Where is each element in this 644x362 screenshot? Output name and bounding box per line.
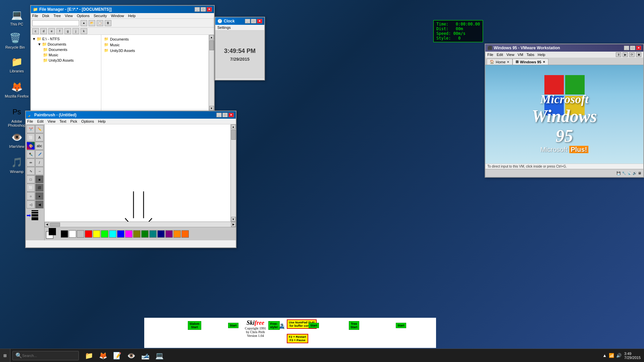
freestyle-start-btn[interactable]: Free-style! bbox=[268, 321, 280, 330]
list-item-unity[interactable]: 📁 Unity3D Assets bbox=[103, 48, 207, 53]
tool-poly-fill[interactable]: ◀ bbox=[35, 200, 44, 208]
desktop-icon-libraries[interactable]: 📁 Libraries bbox=[3, 54, 30, 74]
taskbar-firefox-app[interactable]: 🦊 bbox=[96, 350, 110, 362]
tool-poly-outline[interactable]: ◁ bbox=[26, 200, 35, 208]
taskbar-skifree-app[interactable]: 🎿 bbox=[139, 350, 152, 362]
vmware-minimize[interactable]: _ bbox=[624, 46, 629, 50]
menu-options[interactable]: Options bbox=[77, 14, 90, 18]
vmware-menu-help[interactable]: Help bbox=[538, 53, 545, 57]
canvas-scrollbar-h[interactable]: ◀ ▶ bbox=[45, 222, 236, 227]
desktop-icon-recycle-bin[interactable]: 🗑️ Recycle Bin bbox=[2, 30, 29, 51]
paintbrush-titlebar[interactable]: 🖌️ Paintbrush - (Untitled) _ □ ✕ bbox=[26, 111, 236, 119]
tree-unity[interactable]: 📁 Unity3D Assets bbox=[43, 58, 100, 63]
vmware-menu-vm[interactable]: VM bbox=[518, 53, 523, 57]
clock-minimize[interactable]: _ bbox=[245, 19, 250, 23]
taskbar-irfanview-app[interactable]: 👁️ bbox=[124, 350, 138, 362]
toolbar-drv-g[interactable]: g bbox=[64, 28, 71, 34]
toolbar-drv-d[interactable]: d bbox=[40, 28, 47, 34]
close-button[interactable]: ✕ bbox=[207, 7, 212, 12]
paintbrush-maximize[interactable]: □ bbox=[222, 113, 228, 117]
address-bar[interactable]: E: [DOCUMENTS] bbox=[32, 20, 79, 26]
scroll-down[interactable]: ▼ bbox=[209, 106, 214, 111]
minimize-button[interactable]: _ bbox=[195, 7, 200, 12]
pb-menu-pick[interactable]: Pick bbox=[70, 119, 77, 123]
color-green[interactable] bbox=[101, 230, 108, 238]
color-cyan[interactable] bbox=[109, 230, 116, 238]
color-blue[interactable] bbox=[117, 230, 124, 238]
pb-menu-text[interactable]: Text bbox=[59, 119, 66, 123]
tool-ellipse-fill[interactable]: ● bbox=[35, 192, 44, 200]
slalom-start-btn[interactable]: SlalomStart bbox=[188, 321, 201, 330]
tool-lasso[interactable]: ✏️ bbox=[35, 125, 44, 133]
file-scrollbar[interactable]: ▲ ▼ bbox=[209, 35, 214, 111]
desktop-icon-this-pc[interactable]: 💻 This PC bbox=[3, 7, 30, 27]
tool-rect-outline[interactable]: □ bbox=[26, 175, 35, 183]
color-gray[interactable] bbox=[77, 230, 84, 238]
toolbar-drv-f[interactable]: f bbox=[56, 28, 63, 34]
clock-maximize[interactable]: □ bbox=[251, 19, 256, 23]
clock-close[interactable]: ✕ bbox=[257, 19, 262, 23]
vmware-menu-view[interactable]: View bbox=[506, 53, 515, 57]
taskbar-vmware-app[interactable]: 💻 bbox=[153, 350, 166, 362]
menu-help[interactable]: Help bbox=[128, 14, 136, 18]
vmware-titlebar[interactable]: ⬛ Windows 95 - VMware Workstation _ □ ✕ bbox=[485, 44, 643, 52]
color-darkgreen[interactable] bbox=[141, 230, 149, 238]
menu-disk[interactable]: Disk bbox=[42, 14, 49, 18]
tab-home[interactable]: 🏠 Home ✕ bbox=[487, 59, 513, 65]
tray-sound-icon[interactable]: 🔊 bbox=[616, 353, 622, 358]
canvas-scroll-down[interactable]: ▼ bbox=[231, 217, 236, 222]
tree-start-btn[interactable]: TreeStart bbox=[349, 321, 359, 330]
paintbrush-minimize[interactable]: _ bbox=[216, 113, 222, 117]
vmware-close[interactable]: ✕ bbox=[636, 46, 641, 50]
vmware-toolbar-btn2[interactable]: ▶ bbox=[623, 52, 628, 57]
toolbar-copy[interactable]: 📋 bbox=[97, 20, 103, 26]
canvas-scroll-thumb[interactable] bbox=[231, 130, 236, 140]
maximize-button[interactable]: □ bbox=[201, 7, 206, 12]
brush-size-4[interactable] bbox=[32, 217, 38, 220]
toolbar-drv-e[interactable]: e bbox=[48, 28, 55, 34]
start-btn-3[interactable]: Start bbox=[396, 323, 406, 328]
color-black[interactable] bbox=[61, 230, 68, 238]
scroll-up[interactable]: ▲ bbox=[209, 35, 214, 40]
menu-security[interactable]: Security bbox=[94, 14, 107, 18]
menu-window[interactable]: Window bbox=[111, 14, 124, 18]
vmware-menu-tabs[interactable]: Tabs bbox=[527, 53, 534, 57]
pb-menu-file[interactable]: File bbox=[27, 119, 33, 123]
start-btn-2[interactable]: Start bbox=[309, 323, 319, 328]
tool-select[interactable]: ✂️ bbox=[26, 125, 35, 133]
menu-file[interactable]: File bbox=[32, 14, 38, 18]
color-purple[interactable] bbox=[165, 230, 173, 238]
canvas-area[interactable] bbox=[45, 124, 230, 222]
tool-rect-fill[interactable]: ■ bbox=[35, 175, 44, 183]
menu-view[interactable]: View bbox=[65, 14, 73, 18]
tool-eraser[interactable]: ⬜ bbox=[26, 133, 35, 141]
desktop-icon-firefox[interactable]: 🦊 Mozilla Firefox bbox=[3, 79, 30, 100]
scroll-thumb-h[interactable] bbox=[50, 223, 60, 227]
tool-arrow[interactable]: → bbox=[35, 167, 44, 175]
toolbar-delete[interactable]: 🗑 bbox=[105, 20, 111, 26]
vmware-menu-file[interactable]: File bbox=[487, 53, 493, 57]
tray-up-icon[interactable]: ▲ bbox=[602, 353, 607, 358]
taskbar-paintbrush-app[interactable]: 📝 bbox=[110, 350, 124, 362]
brush-size-2[interactable] bbox=[32, 212, 38, 214]
tool-curve[interactable]: ∿ bbox=[26, 167, 35, 175]
color-magenta[interactable] bbox=[125, 230, 132, 238]
tool-round-rect-outline[interactable]: ⬜ bbox=[26, 184, 35, 192]
file-manager-titlebar[interactable]: 📁 File Manager - [E:\*.* - [DOCUMENTS]] … bbox=[31, 6, 214, 13]
tool-pencil[interactable]: ✏ bbox=[26, 159, 35, 167]
tool-color-pick[interactable]: 🎨 bbox=[26, 142, 35, 150]
color-red[interactable] bbox=[85, 230, 92, 238]
clock-titlebar[interactable]: 🕐 Clock _ □ ✕ bbox=[215, 17, 264, 25]
color-teal[interactable] bbox=[149, 230, 157, 238]
search-input[interactable] bbox=[22, 354, 76, 358]
pb-menu-view[interactable]: View bbox=[48, 119, 56, 123]
start-btn-1[interactable]: Start bbox=[228, 323, 238, 328]
pb-menu-help[interactable]: Help bbox=[98, 119, 106, 123]
color-navy[interactable] bbox=[157, 230, 165, 238]
paintbrush-close[interactable]: ✕ bbox=[228, 113, 234, 117]
toolbar-drv-j[interactable]: j bbox=[72, 28, 79, 34]
tab-win95-close[interactable]: ✕ bbox=[543, 60, 545, 64]
vmware-menu-edit[interactable]: Edit bbox=[497, 53, 503, 57]
tool-paint[interactable]: abc bbox=[35, 142, 44, 150]
color-orange[interactable] bbox=[173, 230, 181, 238]
